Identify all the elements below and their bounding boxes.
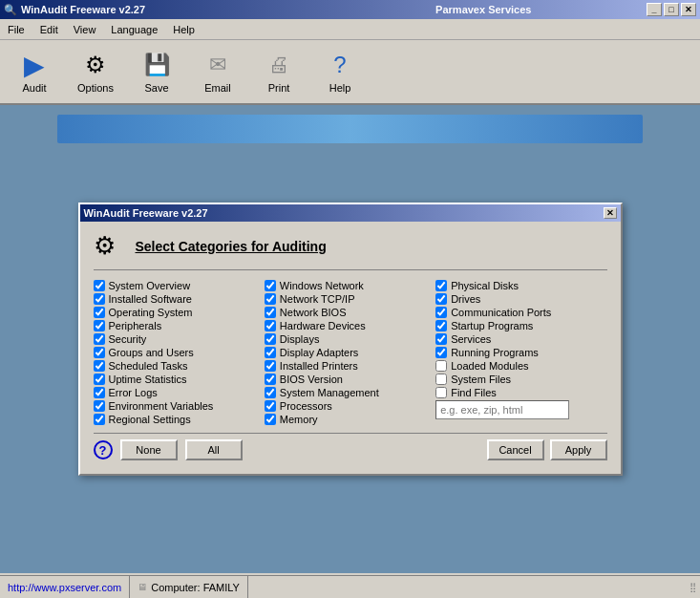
cb-scheduled-tasks[interactable]: Scheduled Tasks xyxy=(94,360,265,372)
cb-system-files[interactable]: System Files xyxy=(435,374,606,385)
cancel-button[interactable]: Cancel xyxy=(487,439,544,460)
help-circle-button[interactable]: ? xyxy=(94,440,113,459)
menu-view[interactable]: View xyxy=(66,22,104,37)
category-col3: Physical Disks Drives Communication Port… xyxy=(435,280,606,425)
cb-installed-printers[interactable]: Installed Printers xyxy=(265,360,435,372)
category-col2: Windows Network Network TCP/IP Network B… xyxy=(265,280,435,425)
cb-find-files[interactable]: Find Files xyxy=(435,387,606,398)
title-bar: 🔍 WinAudit Freeware v2.27 Parmavex Servi… xyxy=(0,0,700,19)
none-button[interactable]: None xyxy=(120,439,178,460)
help-icon: ? xyxy=(325,50,355,80)
email-label: Email xyxy=(204,82,231,94)
save-label: Save xyxy=(144,82,168,94)
save-button[interactable]: 💾 Save xyxy=(130,47,183,96)
cb-operating-system[interactable]: Operating System xyxy=(94,307,265,318)
cb-physical-disks[interactable]: Physical Disks xyxy=(435,280,606,291)
dialog-heading: Select Categories for Auditing xyxy=(136,239,327,254)
cb-memory[interactable]: Memory xyxy=(265,414,435,425)
cb-hardware-devices[interactable]: Hardware Devices xyxy=(265,320,435,331)
maximize-button[interactable]: □ xyxy=(664,3,679,16)
find-files-input[interactable] xyxy=(435,400,569,419)
audit-label: Audit xyxy=(22,82,46,94)
footer-right: Cancel Apply xyxy=(487,439,607,460)
cb-services[interactable]: Services xyxy=(435,333,606,345)
email-button[interactable]: ✉ Email xyxy=(191,47,244,96)
help-label: Help xyxy=(329,82,351,94)
cb-error-logs[interactable]: Error Logs xyxy=(94,387,265,398)
cb-communication-ports[interactable]: Communication Ports xyxy=(435,307,606,318)
cb-network-bios[interactable]: Network BIOS xyxy=(265,307,435,318)
apply-button[interactable]: Apply xyxy=(550,439,607,460)
find-files-section: Find Files xyxy=(435,387,606,419)
audit-button[interactable]: ▶ Audit xyxy=(8,47,61,96)
cb-peripherals[interactable]: Peripherals xyxy=(94,320,265,331)
cb-loaded-modules[interactable]: Loaded Modules xyxy=(435,360,606,372)
toolbar: ▶ Audit ⚙ Options 💾 Save ✉ Email 🖨 Print… xyxy=(0,40,700,105)
status-url[interactable]: http://www.pxserver.com xyxy=(0,576,130,598)
cb-processors[interactable]: Processors xyxy=(265,400,435,412)
menu-language[interactable]: Language xyxy=(103,22,165,37)
dialog-overlay: WinAudit Freeware v2.27 ✕ ⚙ Select Categ… xyxy=(0,105,700,573)
footer-left: ? None All xyxy=(94,439,243,460)
options-icon: ⚙ xyxy=(80,50,111,80)
options-label: Options xyxy=(77,82,114,94)
app-company: Parmavex Services xyxy=(435,4,531,15)
options-button[interactable]: ⚙ Options xyxy=(69,47,122,96)
resize-grip: ⣿ xyxy=(685,580,700,595)
cb-startup-programs[interactable]: Startup Programs xyxy=(435,320,606,331)
cb-groups-users[interactable]: Groups and Users xyxy=(94,347,265,358)
cb-regional-settings[interactable]: Regional Settings xyxy=(94,414,265,425)
cb-environment-variables[interactable]: Environment Variables xyxy=(94,400,265,412)
status-computer: 🖥 Computer: FAMILY xyxy=(130,576,248,598)
app-icon: 🔍 xyxy=(4,4,17,16)
save-icon: 💾 xyxy=(141,50,172,80)
cb-drives[interactable]: Drives xyxy=(435,293,606,305)
cb-system-management[interactable]: System Management xyxy=(265,387,435,398)
print-button[interactable]: 🖨 Print xyxy=(252,47,306,96)
dialog-close-button[interactable]: ✕ xyxy=(604,207,617,219)
menu-edit[interactable]: Edit xyxy=(32,22,66,37)
cb-display-adapters[interactable]: Display Adapters xyxy=(265,347,435,358)
cb-bios-version[interactable]: BIOS Version xyxy=(265,374,435,385)
cb-displays[interactable]: Displays xyxy=(265,333,435,345)
menu-file[interactable]: File xyxy=(0,22,32,37)
dialog-footer: ? None All Cancel Apply xyxy=(94,433,607,464)
category-col1: System Overview Installed Software Opera… xyxy=(94,280,265,425)
settings-icon: ⚙ xyxy=(94,231,124,262)
main-content: WinAudit Freeware v2.27 ✕ ⚙ Select Categ… xyxy=(0,105,700,573)
dialog-body: ⚙ Select Categories for Auditing System … xyxy=(80,222,621,474)
cb-security[interactable]: Security xyxy=(94,333,265,345)
cb-running-programs[interactable]: Running Programs xyxy=(435,347,606,358)
cb-network-tcpip[interactable]: Network TCP/IP xyxy=(265,293,435,305)
help-button[interactable]: ? Help xyxy=(313,47,367,96)
menu-bar: File Edit View Language Help xyxy=(0,19,700,40)
email-icon: ✉ xyxy=(202,50,233,80)
cb-windows-network[interactable]: Windows Network xyxy=(265,280,435,291)
menu-help[interactable]: Help xyxy=(165,22,202,37)
print-label: Print xyxy=(268,82,290,94)
print-icon: 🖨 xyxy=(264,50,294,80)
status-bar: http://www.pxserver.com 🖥 Computer: FAMI… xyxy=(0,575,700,598)
dialog-header: ⚙ Select Categories for Auditing xyxy=(94,231,607,270)
select-categories-dialog: WinAudit Freeware v2.27 ✕ ⚙ Select Categ… xyxy=(78,203,623,476)
cb-system-overview[interactable]: System Overview xyxy=(94,280,265,291)
dialog-title: WinAudit Freeware v2.27 xyxy=(84,207,208,219)
app-title: WinAudit Freeware v2.27 xyxy=(21,4,145,15)
minimize-button[interactable]: _ xyxy=(647,3,662,16)
cb-installed-software[interactable]: Installed Software xyxy=(94,293,265,305)
cb-uptime-statistics[interactable]: Uptime Statistics xyxy=(94,374,265,385)
dialog-title-bar: WinAudit Freeware v2.27 ✕ xyxy=(80,204,621,222)
audit-icon: ▶ xyxy=(19,50,50,80)
all-button[interactable]: All xyxy=(185,439,243,460)
close-button[interactable]: ✕ xyxy=(681,3,696,16)
